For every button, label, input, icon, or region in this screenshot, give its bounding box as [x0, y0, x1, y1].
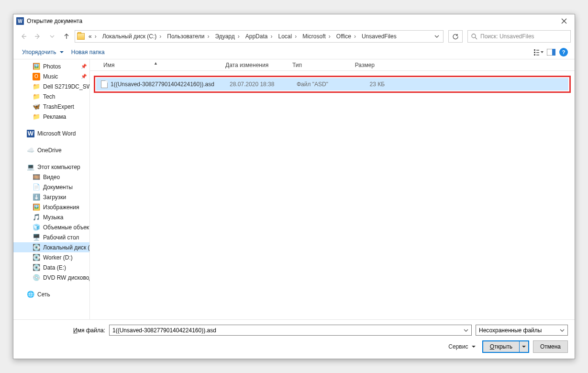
sidebar-item[interactable]: 🖼️Изображения — [13, 202, 89, 212]
sidebar-item[interactable]: 🖥️Рабочий стол — [13, 232, 89, 242]
col-name[interactable]: ▲Имя — [90, 62, 222, 68]
sidebar-item[interactable]: 🦋TrashExpert — [13, 102, 89, 112]
disk-icon: 💽 — [33, 264, 40, 271]
col-type[interactable]: Тип — [288, 62, 346, 68]
file-name: 1((Unsaved-308277901404224160)).asd — [111, 81, 230, 88]
address-dropdown[interactable] — [433, 34, 441, 39]
chevron-down-icon — [560, 328, 565, 333]
sidebar: 🖼️Photos📌 OMusic📌 📁Dell S2719DC_SW 📁Tech… — [13, 59, 90, 319]
crumb[interactable]: Эдуард — [213, 33, 242, 40]
sidebar-item[interactable]: OMusic📌 — [13, 71, 89, 81]
music-icon: 🎵 — [33, 214, 40, 221]
sidebar-item[interactable]: 💿DVD RW дисковод — [13, 272, 89, 283]
recent-dropdown[interactable] — [46, 30, 58, 43]
arrow-left-icon — [20, 33, 27, 40]
open-dropdown[interactable] — [520, 345, 528, 349]
col-date[interactable]: Дата изменения — [222, 62, 288, 68]
pin-icon: 📌 — [81, 74, 87, 79]
arrow-up-icon — [63, 33, 70, 40]
nav-bar: « Локальный диск (C:) Пользователи Эдуар… — [13, 28, 575, 45]
svg-rect-5 — [536, 52, 539, 53]
file-date: 28.07.2020 18:38 — [230, 81, 297, 88]
file-type: Файл "ASD" — [297, 81, 354, 88]
sidebar-item[interactable]: 💽Data (E:) — [13, 262, 89, 272]
pictures-icon: 🖼️ — [33, 203, 40, 211]
sidebar-item[interactable]: 📁Tech — [13, 91, 89, 102]
col-size[interactable]: Размер — [346, 62, 384, 68]
crumb[interactable]: Office — [334, 33, 358, 40]
chevron-down-icon — [434, 34, 439, 39]
new-folder-button[interactable]: Новая папка — [68, 47, 108, 57]
sidebar-item[interactable]: 🖼️Photos📌 — [13, 61, 89, 71]
svg-rect-6 — [536, 55, 539, 56]
crumb[interactable]: Local — [276, 33, 299, 40]
sidebar-item[interactable]: 📁Dell S2719DC_SW — [13, 81, 89, 91]
music-icon: O — [33, 73, 40, 80]
photos-icon: 🖼️ — [33, 63, 40, 70]
word-app-icon: W — [16, 17, 24, 25]
svg-point-0 — [472, 34, 476, 38]
close-button[interactable] — [556, 15, 572, 27]
filename-input[interactable]: 1((Unsaved-308277901404224160)).asd — [109, 325, 472, 336]
pc-icon: 💻 — [27, 163, 34, 171]
crumb[interactable]: AppData — [244, 33, 275, 40]
up-button[interactable] — [60, 30, 73, 43]
file-size: 23 КБ — [354, 81, 392, 88]
sidebar-item-network[interactable]: 🌐Сеть — [13, 289, 89, 299]
filetype-select[interactable]: Несохраненные файлы — [476, 325, 568, 336]
arrow-right-icon — [34, 33, 42, 40]
address-bar[interactable]: « Локальный диск (C:) Пользователи Эдуар… — [75, 30, 444, 43]
filename-label: Имя файла: — [20, 327, 105, 334]
svg-rect-1 — [534, 49, 535, 51]
folder-icon: 📁 — [33, 113, 40, 121]
sidebar-item[interactable]: 📄Документы — [13, 182, 89, 192]
toolbar: Упорядочить Новая папка ? — [13, 45, 575, 59]
crumb[interactable]: « — [87, 33, 99, 40]
organize-menu[interactable]: Упорядочить — [19, 47, 67, 57]
sidebar-item[interactable]: 🎞️Видео — [13, 172, 89, 182]
preview-pane-button[interactable] — [546, 47, 556, 57]
crumb[interactable]: Локальный диск (C:) — [100, 33, 164, 40]
chevron-down-icon — [522, 345, 526, 349]
sidebar-item[interactable]: 💽Worker (D:) — [13, 252, 89, 262]
title-bar: W Открытие документа — [13, 14, 575, 28]
pin-icon: 📌 — [81, 64, 87, 69]
crumb[interactable]: UnsavedFiles — [360, 33, 399, 40]
crumb[interactable]: Пользователи — [165, 33, 211, 40]
search-box[interactable]: Поиск: UnsavedFiles — [467, 30, 571, 43]
file-row[interactable]: 1((Unsaved-308277901404224160)).asd 28.0… — [96, 78, 568, 90]
footer: Имя файла: 1((Unsaved-308277901404224160… — [13, 319, 575, 359]
cancel-button[interactable]: Отмена — [533, 340, 568, 353]
sidebar-item-onedrive[interactable]: ☁️OneDrive — [13, 145, 89, 155]
forward-button[interactable] — [32, 30, 44, 43]
view-icon — [534, 49, 544, 56]
dvd-icon: 💿 — [33, 274, 40, 282]
desktop-icon: 🖥️ — [33, 234, 40, 241]
sidebar-item[interactable]: 🎵Музыка — [13, 212, 89, 222]
svg-rect-8 — [552, 49, 555, 56]
svg-rect-4 — [536, 50, 539, 51]
refresh-button[interactable] — [448, 30, 463, 43]
video-icon: 🎞️ — [33, 173, 40, 181]
sidebar-item[interactable]: 🧊Объемные объекты — [13, 222, 89, 232]
highlight-annotation: 1((Unsaved-308277901404224160)).asd 28.0… — [94, 76, 571, 93]
preview-pane-icon — [547, 49, 555, 56]
view-options-button[interactable] — [533, 47, 544, 57]
open-button[interactable]: Открыть — [482, 340, 529, 353]
tools-menu[interactable]: Сервис — [448, 343, 475, 350]
search-placeholder: Поиск: UnsavedFiles — [480, 33, 534, 40]
sidebar-item-thispc[interactable]: 💻Этот компьютер — [13, 162, 89, 172]
chevron-down-icon — [60, 50, 64, 54]
sidebar-item[interactable]: ⬇️Загрузки — [13, 192, 89, 202]
help-button[interactable]: ? — [558, 47, 569, 57]
3d-icon: 🧊 — [33, 224, 40, 231]
sidebar-item-local-disk-c[interactable]: 💽Локальный диск (C:) — [13, 242, 89, 252]
disk-icon: 💽 — [33, 254, 40, 261]
sidebar-item-word[interactable]: WMicrosoft Word — [13, 128, 89, 138]
disk-icon: 💽 — [33, 244, 40, 251]
close-icon — [561, 18, 567, 24]
sidebar-item[interactable]: 📁Реклама — [13, 112, 89, 122]
downloads-icon: ⬇️ — [33, 193, 40, 201]
crumb[interactable]: Microsoft — [300, 33, 333, 40]
back-button[interactable] — [17, 30, 30, 43]
